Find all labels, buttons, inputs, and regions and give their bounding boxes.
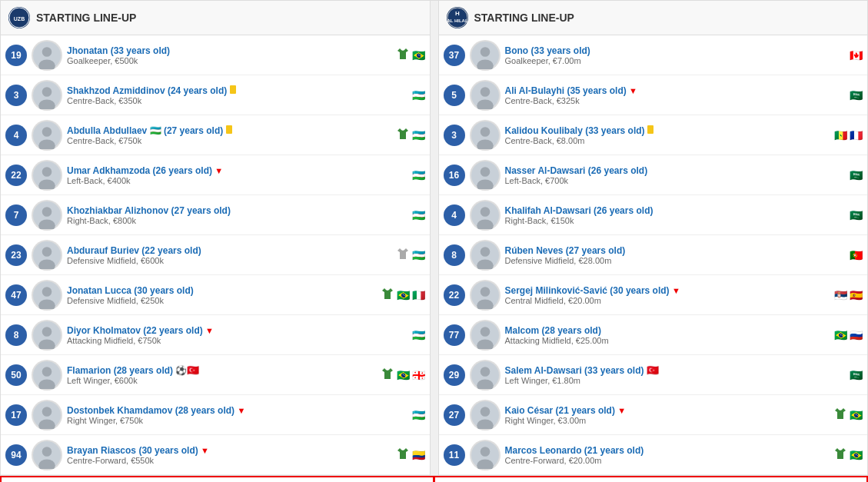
player-number: 77 xyxy=(444,324,465,346)
substitution-out-icon: ▼ xyxy=(237,406,245,415)
player-name[interactable]: Ali Al-Bulayhi (35 years old) ▼ xyxy=(505,85,850,96)
flag-icon: 🇮🇹 xyxy=(412,290,425,301)
player-name[interactable]: Umar Adkhamzoda (26 years old) ▼ xyxy=(67,165,412,176)
player-name-link[interactable]: Jonatan Lucca xyxy=(67,285,131,296)
player-name[interactable]: Nasser Al-Dawsari (26 years old) xyxy=(505,165,850,176)
player-icons: 🇺🇿 xyxy=(412,210,425,221)
shirt-icon xyxy=(396,447,410,463)
player-meta: Right-Back, €150k xyxy=(505,216,850,225)
player-name-link[interactable]: Bono xyxy=(505,45,529,56)
player-row: 16 Nasser Al-Dawsari (26 years old) Left… xyxy=(439,155,868,195)
player-name-link[interactable]: Kaio César xyxy=(505,405,554,416)
player-name-link[interactable]: Brayan Riascos xyxy=(67,445,136,456)
player-name[interactable]: Sergej Milinković-Savić (30 years old) ▼ xyxy=(505,285,835,296)
player-name-link[interactable]: Dostonbek Khamdamov xyxy=(67,405,172,416)
player-icons: 🇧🇷 xyxy=(396,47,425,63)
player-info: Brayan Riascos (30 years old) ▼ Centre-F… xyxy=(67,445,396,465)
player-name[interactable]: Khalifah Al-Dawsari (26 years old) xyxy=(505,205,850,216)
player-avatar xyxy=(32,120,62,151)
player-meta: Right Winger, €3.00m xyxy=(505,416,834,425)
player-name-link[interactable]: Rúben Neves xyxy=(505,245,564,256)
player-name[interactable]: Kalidou Koulibaly (33 years old) xyxy=(505,125,835,136)
player-name[interactable]: Abdurauf Buriev (22 years old) xyxy=(67,245,396,256)
player-icons: 🇺🇿 xyxy=(396,247,425,263)
player-name-link[interactable]: Nasser Al-Dawsari xyxy=(505,165,586,176)
player-name-link[interactable]: Flamarion xyxy=(67,365,111,376)
player-name[interactable]: Kaio César (21 years old) ▼ xyxy=(505,405,834,416)
player-name[interactable]: Abdulla Abdullaev 🇺🇿 (27 years old) xyxy=(67,125,396,136)
player-name-link[interactable]: Salem Al-Dawsari xyxy=(505,365,582,376)
flag-icon: 🇨🇦 xyxy=(850,50,863,61)
player-number: 94 xyxy=(5,444,27,466)
player-info: Khozhiakbar Alizhonov (27 years old) Rig… xyxy=(67,205,412,225)
player-number: 17 xyxy=(5,404,27,426)
right-players-list: 37 Bono (33 years old) Goalkeeper, €7.00… xyxy=(439,35,868,475)
player-name-link[interactable]: Marcos Leonardo xyxy=(505,445,582,456)
player-name-link[interactable]: Umar Adkhamzoda xyxy=(67,165,150,176)
player-number: 3 xyxy=(5,85,27,106)
player-avatar xyxy=(470,280,501,311)
player-icons: 🇧🇷🇬🇪 xyxy=(381,367,425,383)
stats-container: Foreigners: 4 (36.4%) Avg. age: 27.7 Pur… xyxy=(0,476,868,482)
player-name[interactable]: Marcos Leonardo (21 years old) xyxy=(505,445,834,456)
svg-point-63 xyxy=(480,367,490,377)
player-icons: 🇧🇷 xyxy=(833,447,863,463)
player-meta: Left-Back, €400k xyxy=(67,176,412,185)
player-name-link[interactable]: Ali Al-Bulayhi xyxy=(505,85,565,96)
player-meta: Left Winger, €600k xyxy=(67,376,381,385)
player-icons: 🇷🇸🇪🇸 xyxy=(834,290,863,301)
player-info: Shakhzod Azmiddinov (24 years old) Centr… xyxy=(67,85,412,105)
player-name[interactable]: Malcom (28 years old) xyxy=(505,325,835,336)
player-info: Abdulla Abdullaev 🇺🇿 (27 years old) Cent… xyxy=(67,125,396,145)
svg-point-48 xyxy=(480,167,490,177)
player-number: 29 xyxy=(444,364,465,386)
shirt-icon xyxy=(833,447,847,463)
player-avatar xyxy=(32,240,62,271)
flag-icon: 🇸🇦 xyxy=(850,90,863,101)
flag-icon: 🇸🇦 xyxy=(850,210,863,221)
svg-point-3 xyxy=(42,47,52,57)
player-name-link[interactable]: Kalidou Koulibaly xyxy=(505,125,583,136)
player-icons: 🇸🇦 xyxy=(850,170,863,181)
player-name-link[interactable]: Malcom xyxy=(505,325,540,336)
player-info: Bono (33 years old) Goalkeeper, €7.00m xyxy=(505,45,850,65)
player-name[interactable]: Flamarion (28 years old) ⚽🇹🇷 xyxy=(67,364,381,376)
svg-point-45 xyxy=(480,127,490,137)
player-name-link[interactable]: Khalifah Al-Dawsari xyxy=(505,205,591,216)
player-info: Jhonatan (33 years old) Goalkeeper, €500… xyxy=(67,45,396,65)
player-name[interactable]: Jhonatan (33 years old) xyxy=(67,45,396,56)
player-name-link[interactable]: Diyor Kholmatov xyxy=(67,325,141,336)
flag-icon: 🇺🇿 xyxy=(412,250,425,261)
player-name-link[interactable]: Sergej Milinković-Savić xyxy=(505,285,607,296)
player-name[interactable]: Dostonbek Khamdamov (28 years old) ▼ xyxy=(67,405,412,416)
substitution-out-icon: ▼ xyxy=(672,286,680,295)
player-number: 4 xyxy=(5,125,27,146)
player-name-link[interactable]: Jhonatan xyxy=(67,45,108,56)
player-name[interactable]: Salem Al-Dawsari (33 years old) 🇹🇷 xyxy=(505,364,850,376)
player-name[interactable]: Shakhzod Azmiddinov (24 years old) xyxy=(67,85,412,96)
player-meta: Centre-Back, €350k xyxy=(67,96,412,105)
player-name[interactable]: Diyor Kholmatov (22 years old) ▼ xyxy=(67,325,412,336)
player-row: 47 Jonatan Lucca (30 years old) Defensiv… xyxy=(1,275,430,315)
flag-icon: 🇷🇺 xyxy=(850,330,863,341)
player-name[interactable]: Brayan Riascos (30 years old) ▼ xyxy=(67,445,396,456)
player-number: 4 xyxy=(444,204,465,226)
svg-point-33 xyxy=(42,447,52,457)
flag-icon: 🇧🇷 xyxy=(850,450,863,460)
player-name[interactable]: Jonatan Lucca (30 years old) xyxy=(67,285,381,296)
left-team-header: UZB STARTING LINE-UP xyxy=(1,1,430,35)
main-container: UZB STARTING LINE-UP 19 Jhonatan (33 yea… xyxy=(0,0,868,482)
flag-icon: 🇪🇸 xyxy=(850,290,863,301)
player-name[interactable]: Khozhiakbar Alizhonov (27 years old) xyxy=(67,205,412,216)
player-name-link[interactable]: Khozhiakbar Alizhonov xyxy=(67,205,168,216)
substitution-out-icon: ▼ xyxy=(215,166,223,175)
player-name[interactable]: Rúben Neves (27 years old) xyxy=(505,245,850,256)
player-name[interactable]: Bono (33 years old) xyxy=(505,45,850,56)
svg-point-69 xyxy=(480,447,490,457)
player-name-link[interactable]: Abdurauf Buriev xyxy=(67,245,139,256)
player-name-link[interactable]: Abdulla Abdullaev xyxy=(67,125,147,136)
svg-point-51 xyxy=(480,207,490,217)
substitution-out-icon: ▼ xyxy=(629,86,637,95)
player-row: 29 Salem Al-Dawsari (33 years old) 🇹🇷 Le… xyxy=(439,355,868,395)
player-name-link[interactable]: Shakhzod Azmiddinov xyxy=(67,85,165,96)
